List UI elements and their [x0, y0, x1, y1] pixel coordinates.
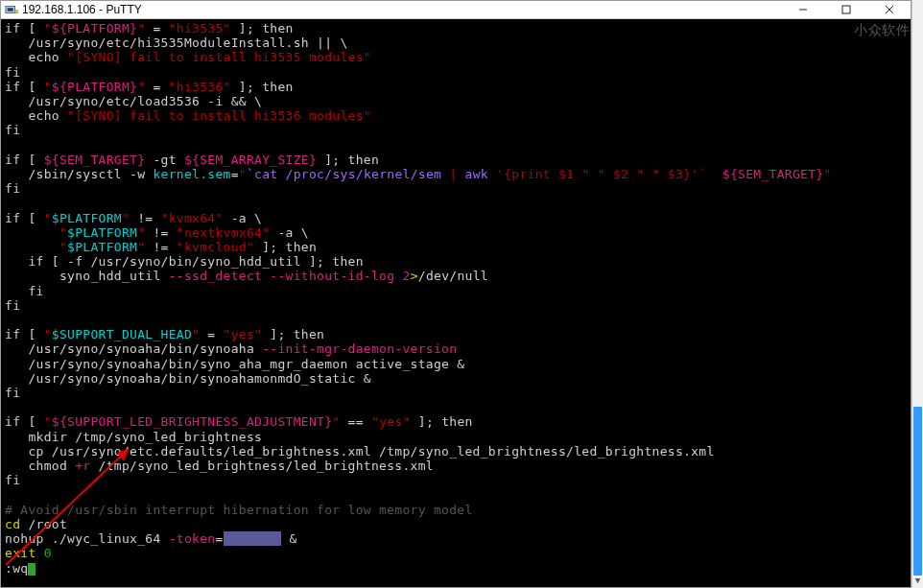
close-button[interactable] [867, 1, 911, 19]
terminal-line: "$PLATFORM" != "nextkvmx64" -a \ [5, 225, 907, 240]
terminal-line: echo "[SYNO] fail to install hi3536 modu… [5, 108, 907, 123]
scroll-down-button[interactable]: ▼ [912, 572, 923, 588]
terminal-line: exit 0 [5, 546, 907, 560]
terminal-line: /usr/syno/synoaha/bin/syno_aha_mgr_daemo… [5, 357, 907, 371]
terminal-line: fi [5, 473, 907, 487]
terminal-line: echo "[SYNO] fail to install hi3535 modu… [5, 50, 907, 64]
cursor [28, 563, 36, 576]
terminal-line: /usr/syno/etc/load3536 -i && \ [5, 94, 907, 108]
terminal[interactable]: if [ "${PLATFORM}" = "hi3535" ]; then /u… [1, 19, 911, 587]
terminal-line: /sbin/sysctl -w kernel.sem="`cat /proc/s… [5, 167, 907, 181]
terminal-line: if [ "$SUPPORT_DUAL_HEAD" = "yes" ]; the… [5, 327, 907, 341]
terminal-line: fi [5, 123, 907, 137]
terminal-line: fi [5, 386, 907, 400]
terminal-line [5, 138, 907, 153]
terminal-line: /usr/syno/synoaha/bin/synoahamonmdO_stat… [5, 371, 907, 386]
terminal-line: if [ "${PLATFORM}" = "hi3535" ]; then [5, 21, 907, 35]
terminal-line: chmod +r /tmp/syno_led_brightness/led_br… [5, 459, 907, 473]
terminal-line: mkdir /tmp/syno_led_brightness [5, 430, 907, 444]
terminal-line: cd /root [5, 517, 907, 531]
terminal-line: syno_hdd_util --ssd_detect --without-id-… [5, 269, 907, 283]
minimize-button[interactable] [781, 1, 824, 19]
svg-rect-1 [8, 8, 13, 12]
terminal-line: # Avoid /usr/sbin interrupt hibernation … [5, 503, 907, 517]
svg-rect-4 [842, 6, 850, 13]
terminal-line: cp /usr/syno/etc.defaults/led_brightness… [5, 444, 907, 459]
titlebar[interactable]: 192.168.1.106 - PuTTY [1, 1, 911, 19]
terminal-line: /usr/syno/synoaha/bin/synoaha --init-mgr… [5, 341, 907, 356]
terminal-line: fi [5, 181, 907, 196]
terminal-line: fi [5, 298, 907, 313]
watermark: 小众软件 [854, 22, 910, 39]
maximize-button[interactable] [824, 1, 867, 19]
terminal-line [5, 488, 907, 503]
putty-icon [5, 3, 18, 16]
terminal-line: if [ "$PLATFORM" != "kvmx64" -a \ [5, 211, 907, 225]
scroll-track[interactable] [912, 18, 923, 572]
terminal-line: if [ "${PLATFORM}" = "hi3536" ]; then [5, 80, 907, 94]
terminal-line: "$PLATFORM" != "kvmcloud" ]; then [5, 240, 907, 254]
terminal-line: if [ "${SUPPORT_LED_BRIGHTNESS_ADJUSTMEN… [5, 414, 907, 429]
terminal-line: if [ -f /usr/syno/bin/syno_hdd_util ]; t… [5, 254, 907, 269]
putty-window: 192.168.1.106 - PuTTY if [ "${PLATFORM}"… [0, 0, 911, 588]
terminal-line: fi [5, 284, 907, 298]
terminal-line [5, 313, 907, 327]
terminal-line: /usr/syno/etc/hi3535ModuleInstall.sh || … [5, 35, 907, 50]
vertical-scrollbar[interactable]: ▲ ▼ [911, 0, 923, 588]
terminal-line [5, 196, 907, 210]
svg-rect-2 [15, 11, 18, 13]
terminal-line: fi [5, 65, 907, 80]
terminal-line: nohup ./wyc_linux_64 -token= & [5, 531, 907, 546]
terminal-line: :wq [5, 561, 907, 576]
terminal-line [5, 400, 907, 414]
window-title: 192.168.1.106 - PuTTY [22, 3, 142, 16]
scroll-thumb[interactable] [913, 407, 922, 576]
terminal-line: if [ ${SEM_TARGET} -gt ${SEM_ARRAY_SIZE}… [5, 153, 907, 167]
